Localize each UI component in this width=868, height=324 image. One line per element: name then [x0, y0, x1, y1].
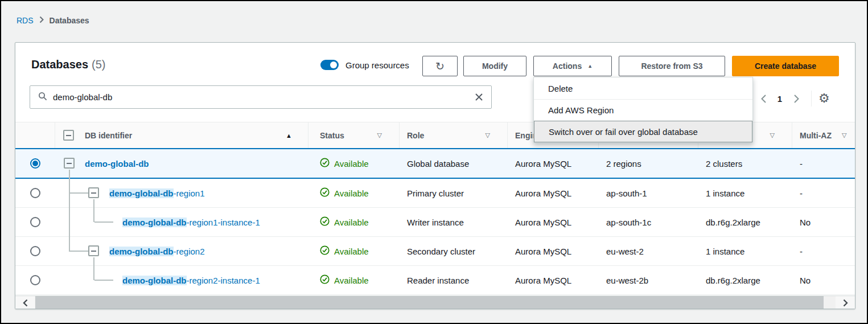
- refresh-icon: ↻: [435, 60, 445, 73]
- page-title-count: (5): [92, 58, 105, 71]
- role-cell: Writer instance: [400, 208, 508, 236]
- size-cell: 1 instance: [698, 237, 792, 265]
- horizontal-scrollbar: [15, 296, 855, 309]
- select-column-header: [15, 122, 55, 148]
- status-text: Available: [334, 188, 369, 198]
- scroll-right-button[interactable]: [836, 296, 855, 309]
- engine-cell: Aurora MySQL: [508, 237, 599, 265]
- sort-asc-icon: ▲: [286, 132, 292, 139]
- actions-menu: Delete Add AWS Region Switch over or fai…: [533, 77, 753, 143]
- row-radio[interactable]: [30, 246, 40, 256]
- create-database-button[interactable]: Create database: [732, 56, 839, 76]
- engine-cell: Aurora MySQL: [508, 266, 599, 294]
- modify-button[interactable]: Modify: [463, 56, 526, 76]
- status-available-icon: [320, 187, 330, 199]
- collapse-row-icon[interactable]: [88, 245, 99, 256]
- status-available-icon: [320, 245, 330, 257]
- table-row[interactable]: demo-global-db-region2 Available Seconda…: [15, 237, 855, 266]
- page-number[interactable]: 1: [771, 94, 788, 104]
- menu-item-delete[interactable]: Delete: [534, 77, 752, 99]
- collapse-row-icon[interactable]: [88, 187, 99, 198]
- row-radio[interactable]: [30, 217, 40, 227]
- row-radio[interactable]: [30, 275, 40, 285]
- status-available-icon: [320, 158, 330, 169]
- page-background: RDS Databases Databases(5) Group resourc…: [0, 0, 868, 324]
- actions-button[interactable]: Actions ▲: [533, 56, 612, 76]
- engine-cell: Aurora MySQL: [508, 179, 599, 207]
- row-radio-selected[interactable]: [30, 158, 40, 169]
- pagination-divider: [811, 91, 812, 106]
- restore-from-s3-button[interactable]: Restore from S3: [619, 56, 725, 76]
- multi-az-cell: No: [792, 266, 855, 294]
- column-header-db-identifier[interactable]: DB identifier ▲: [55, 122, 308, 148]
- menu-item-add-aws-region[interactable]: Add AWS Region: [534, 99, 752, 121]
- table-body: demo-global-db Available Global database…: [15, 148, 855, 295]
- pagination: 1 ⚙: [755, 91, 830, 106]
- scroll-left-button[interactable]: [15, 296, 35, 309]
- page-title: Databases(5): [31, 58, 106, 71]
- collapse-row-icon[interactable]: [64, 158, 75, 169]
- group-resources-toggle[interactable]: [320, 60, 339, 70]
- sort-icon: ▽: [770, 132, 775, 139]
- sort-icon: ▽: [842, 132, 846, 139]
- role-cell: Reader instance: [400, 266, 508, 294]
- region-az-cell: eu-west-2b: [599, 266, 698, 294]
- next-page-button[interactable]: [788, 91, 804, 106]
- role-cell: Primary cluster: [400, 179, 508, 207]
- sort-icon: ▽: [486, 132, 490, 139]
- column-header-status[interactable]: Status ▽: [308, 122, 400, 148]
- actions-button-label: Actions: [553, 61, 582, 71]
- region-az-cell: eu-west-2: [599, 237, 698, 265]
- sort-icon: ▽: [377, 132, 382, 139]
- table-row[interactable]: demo-global-db-region1-instance-1 Availa…: [15, 208, 855, 237]
- multi-az-cell: No: [792, 208, 855, 236]
- size-cell: db.r6g.2xlarge: [698, 208, 792, 236]
- caret-up-icon: ▲: [587, 63, 593, 69]
- collapse-all-checkbox[interactable]: [63, 130, 74, 141]
- databases-panel: Databases(5) Group resources ↻ Modify Ac…: [15, 42, 855, 309]
- size-cell: db.r6g.2xlarge: [698, 266, 792, 294]
- settings-gear-icon[interactable]: ⚙: [818, 92, 830, 105]
- table-row[interactable]: demo-global-db-region1 Available Primary…: [15, 179, 855, 208]
- db-identifier-link[interactable]: demo-global-db: [85, 159, 149, 169]
- breadcrumb-current: Databases: [50, 16, 89, 25]
- search-box: [30, 85, 492, 109]
- clear-search-icon[interactable]: [475, 93, 483, 101]
- page-title-text: Databases: [31, 58, 88, 71]
- table-row[interactable]: demo-global-db Available Global database…: [15, 148, 855, 179]
- column-header-role[interactable]: Role ▽: [400, 122, 508, 148]
- refresh-button[interactable]: ↻: [422, 56, 458, 76]
- row-radio[interactable]: [30, 188, 40, 198]
- group-resources-label: Group resources: [345, 60, 409, 70]
- breadcrumb: RDS Databases: [17, 16, 89, 25]
- engine-cell: Aurora MySQL: [508, 149, 599, 178]
- status-text: Available: [334, 218, 369, 227]
- status-text: Available: [334, 159, 369, 169]
- group-resources-toggle-group: Group resources: [320, 60, 409, 70]
- menu-item-switch-over[interactable]: Switch over or fail over global database: [534, 121, 752, 142]
- size-cell: 2 clusters: [698, 149, 792, 178]
- region-az-cell: ap-south-1c: [599, 208, 698, 236]
- search-icon: [38, 92, 47, 103]
- status-text: Available: [334, 276, 369, 285]
- db-identifier-link[interactable]: demo-global-db-region1-instance-1: [122, 218, 260, 227]
- multi-az-cell: -: [792, 149, 855, 178]
- region-az-cell: ap-south-1: [599, 179, 698, 207]
- column-header-multi-az[interactable]: Multi-AZ ▽: [792, 122, 855, 148]
- region-az-cell: 2 regions: [599, 149, 698, 178]
- previous-page-button[interactable]: [755, 91, 771, 106]
- db-identifier-link[interactable]: demo-global-db-region2: [109, 247, 205, 256]
- status-available-icon: [320, 216, 330, 228]
- scrollbar-thumb[interactable]: [35, 296, 824, 309]
- search-input[interactable]: [53, 92, 469, 102]
- table-row[interactable]: demo-global-db-region2-instance-1 Availa…: [15, 266, 855, 295]
- status-available-icon: [320, 274, 330, 286]
- db-identifier-link[interactable]: demo-global-db-region1: [109, 188, 205, 198]
- db-identifier-link[interactable]: demo-global-db-region2-instance-1: [122, 276, 260, 285]
- breadcrumb-rds-link[interactable]: RDS: [17, 16, 34, 25]
- chevron-right-icon: [39, 16, 44, 25]
- engine-cell: Aurora MySQL: [508, 208, 599, 236]
- role-cell: Global database: [400, 149, 508, 178]
- role-cell: Secondary cluster: [400, 237, 508, 265]
- status-text: Available: [334, 247, 369, 256]
